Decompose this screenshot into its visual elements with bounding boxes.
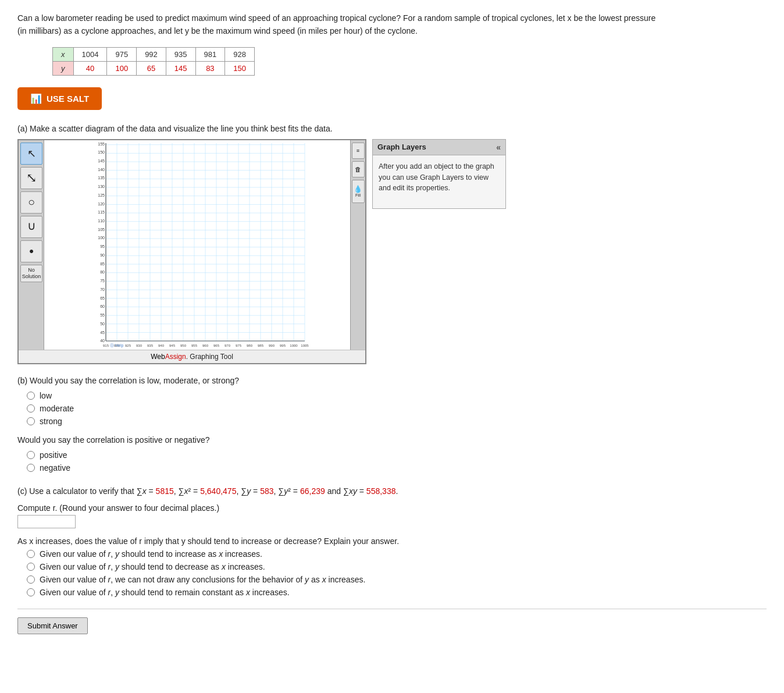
radio-no-conclusions-input[interactable] bbox=[27, 575, 35, 584]
footer-rest: . Graphing Tool bbox=[186, 353, 233, 361]
compute-r-label: Compute r. (Round your answer to four de… bbox=[17, 503, 767, 513]
help-text: ⓪ Help bbox=[110, 343, 123, 348]
x-val-3: 992 bbox=[137, 47, 166, 61]
radio-increase-input[interactable] bbox=[27, 550, 35, 558]
svg-text:140: 140 bbox=[98, 168, 105, 172]
svg-text:70: 70 bbox=[100, 287, 105, 292]
svg-text:110: 110 bbox=[98, 219, 105, 223]
svg-text:940: 940 bbox=[158, 344, 165, 347]
tool-dot[interactable]: • bbox=[20, 240, 42, 262]
part-c-section: (c) Use a calculator to verify that ∑x =… bbox=[17, 484, 767, 597]
svg-text:95: 95 bbox=[100, 244, 105, 248]
radio-no-conclusions[interactable]: Given our value of r, we can not draw an… bbox=[27, 575, 767, 584]
part-a-label: (a) Make a scatter diagram of the data a… bbox=[17, 124, 767, 133]
svg-text:105: 105 bbox=[98, 228, 105, 232]
radio-no-conclusions-label: Given our value of r, we can not draw an… bbox=[40, 575, 365, 584]
tool-resize[interactable]: ⤡ bbox=[20, 167, 42, 189]
svg-text:55: 55 bbox=[100, 313, 105, 317]
submit-button[interactable]: Submit Answer bbox=[17, 617, 88, 634]
svg-text:115: 115 bbox=[98, 210, 105, 214]
radio-decrease-label: Given our value of r, y should tend to d… bbox=[40, 562, 265, 571]
radio-moderate[interactable]: moderate bbox=[27, 404, 767, 413]
submit-row: Submit Answer bbox=[17, 609, 767, 634]
radio-negative-label: negative bbox=[40, 463, 70, 472]
svg-text:125: 125 bbox=[98, 193, 105, 197]
radio-positive-input[interactable] bbox=[27, 451, 35, 459]
radio-strong[interactable]: strong bbox=[27, 417, 767, 426]
part-a-section: (a) Make a scatter diagram of the data a… bbox=[17, 124, 767, 364]
svg-text:75: 75 bbox=[100, 279, 105, 283]
graph-svg: 40 45 50 55 60 65 70 75 80 85 90 95 bbox=[44, 140, 350, 350]
x-axis-labels: 915 920 925 930 935 940 945 950 955 960 … bbox=[103, 344, 309, 347]
radio-low[interactable]: low bbox=[27, 391, 767, 400]
svg-text:960: 960 bbox=[202, 344, 209, 347]
right-tool-fill[interactable]: 💧 Fill bbox=[352, 180, 365, 203]
svg-text:50: 50 bbox=[100, 322, 105, 326]
right-tool-1[interactable]: ≡ bbox=[352, 143, 365, 159]
svg-text:955: 955 bbox=[191, 344, 198, 347]
graph-area[interactable]: 40 45 50 55 60 65 70 75 80 85 90 95 bbox=[44, 140, 350, 350]
radio-low-input[interactable] bbox=[27, 392, 35, 400]
salt-icon: 📊 bbox=[30, 93, 42, 104]
correlation-strength-group: low moderate strong bbox=[27, 391, 767, 426]
svg-text:65: 65 bbox=[100, 296, 105, 300]
y-val-6: 150 bbox=[225, 61, 255, 75]
svg-text:945: 945 bbox=[169, 344, 176, 347]
svg-text:990: 990 bbox=[269, 344, 275, 347]
radio-constant[interactable]: Given our value of r, y should tend to r… bbox=[27, 588, 767, 597]
sum-xy-value: 558,338 bbox=[366, 486, 396, 496]
graph-tool-inner: ↖ ⤡ ○ ∪ • NoSolution bbox=[19, 140, 365, 350]
graph-layers-header: Graph Layers « bbox=[373, 140, 505, 155]
sum-y2-value: 66,239 bbox=[300, 486, 325, 496]
correlation-direction-group: positive negative bbox=[27, 450, 767, 472]
graph-layers-close[interactable]: « bbox=[496, 143, 501, 152]
radio-increase-label: Given our value of r, y should tend to i… bbox=[40, 549, 262, 559]
right-tool-delete[interactable]: 🗑 bbox=[352, 161, 365, 177]
radio-strong-input[interactable] bbox=[27, 417, 35, 425]
y-val-2: 100 bbox=[107, 61, 137, 75]
intro-text: Can a low barometer reading be used to p… bbox=[17, 12, 657, 38]
use-salt-button[interactable]: 📊 USE SALT bbox=[17, 87, 102, 110]
tool-select[interactable]: ↖ bbox=[20, 143, 42, 165]
radio-strong-label: strong bbox=[40, 417, 62, 426]
tool-ellipse[interactable]: ○ bbox=[20, 191, 42, 214]
x-label: x bbox=[53, 47, 74, 61]
svg-text:80: 80 bbox=[100, 270, 105, 274]
svg-text:985: 985 bbox=[258, 344, 264, 347]
svg-text:930: 930 bbox=[136, 344, 142, 347]
graph-layers-panel: Graph Layers « After you add an object t… bbox=[372, 139, 506, 209]
radio-moderate-label: moderate bbox=[40, 404, 74, 413]
radio-negative-input[interactable] bbox=[27, 464, 35, 472]
y-val-4: 145 bbox=[166, 61, 195, 75]
use-salt-label: USE SALT bbox=[47, 94, 89, 104]
graph-layers-title: Graph Layers bbox=[377, 143, 426, 151]
radio-constant-label: Given our value of r, y should tend to r… bbox=[40, 588, 290, 597]
tool-curve[interactable]: ∪ bbox=[20, 216, 42, 238]
radio-constant-input[interactable] bbox=[27, 588, 35, 596]
svg-text:1005: 1005 bbox=[301, 344, 309, 347]
radio-negative[interactable]: negative bbox=[27, 463, 767, 472]
y-label: y bbox=[53, 61, 74, 75]
x-val-1: 1004 bbox=[73, 47, 107, 61]
svg-text:85: 85 bbox=[100, 262, 105, 266]
tool-no-solution[interactable]: NoSolution bbox=[20, 265, 42, 282]
radio-positive-label: positive bbox=[40, 450, 67, 460]
footer-web: Web bbox=[151, 353, 165, 361]
graph-tool-wrapper: ↖ ⤡ ○ ∪ • NoSolution bbox=[17, 139, 767, 364]
radio-positive[interactable]: positive bbox=[27, 450, 767, 460]
svg-text:60: 60 bbox=[100, 304, 105, 308]
data-table: x 1004 975 992 935 981 928 y 40 100 65 1… bbox=[52, 47, 255, 76]
graph-right-tools: ≡ 🗑 💧 Fill bbox=[350, 140, 365, 350]
footer-assign: Assign bbox=[165, 353, 186, 361]
radio-moderate-input[interactable] bbox=[27, 404, 35, 413]
graph-layers-body: After you add an object to the graph you… bbox=[373, 155, 505, 200]
radio-decrease[interactable]: Given our value of r, y should tend to d… bbox=[27, 562, 767, 571]
y-val-5: 83 bbox=[195, 61, 225, 75]
svg-text:45: 45 bbox=[100, 330, 105, 335]
radio-increase[interactable]: Given our value of r, y should tend to i… bbox=[27, 549, 767, 559]
radio-decrease-input[interactable] bbox=[27, 563, 35, 571]
svg-text:925: 925 bbox=[125, 344, 131, 347]
svg-text:145: 145 bbox=[98, 159, 105, 163]
grid-vertical bbox=[106, 143, 305, 341]
compute-r-input[interactable] bbox=[17, 515, 76, 528]
